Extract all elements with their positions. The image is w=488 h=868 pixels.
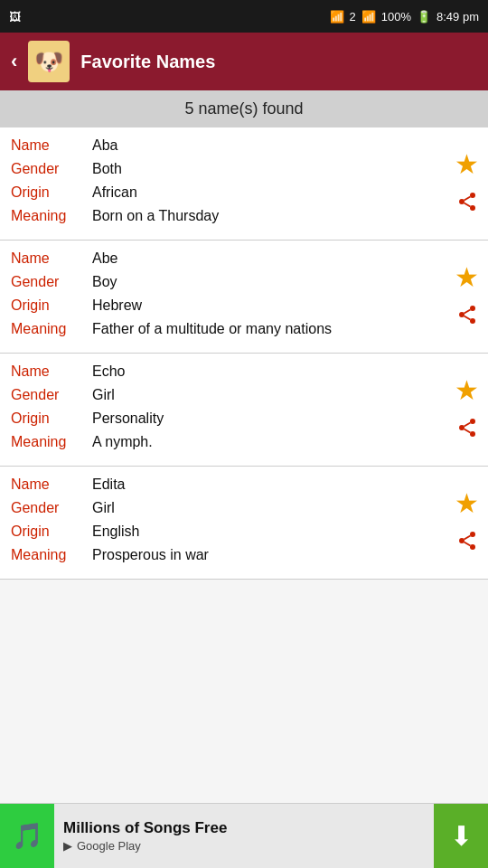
share-icon[interactable] [456, 530, 478, 555]
favorite-star-icon[interactable]: ★ [455, 151, 479, 178]
favorite-star-icon[interactable]: ★ [455, 490, 479, 517]
list-item: NameAbaGenderBothOriginAfricanMeaningBor… [0, 127, 488, 241]
svg-point-2 [470, 205, 475, 211]
svg-line-13 [464, 429, 470, 433]
ad-download-button[interactable]: ⬇ [434, 804, 488, 869]
field-value: Echo [92, 363, 398, 380]
download-icon: ⬇ [450, 820, 473, 852]
status-bar: 🖼 📶 2 📶 100% 🔋 8:49 pm [0, 0, 488, 33]
ad-logo: 🎵 [0, 804, 54, 869]
field-value: Edita [92, 476, 398, 493]
entry-row: NameEcho [11, 363, 398, 386]
count-text: 5 name(s) found [184, 99, 303, 118]
share-icon[interactable] [456, 191, 478, 216]
svg-line-14 [464, 423, 470, 427]
ad-banner[interactable]: 🎵 Millions of Songs Free ▶ Google Play ⬇ [0, 803, 488, 868]
entry-actions: ★ [455, 490, 479, 555]
entry-row: OriginEnglish [11, 523, 398, 546]
entry-row: MeaningProsperous in war [11, 546, 398, 570]
svg-line-9 [464, 310, 470, 314]
svg-line-3 [464, 203, 470, 207]
favorite-star-icon[interactable]: ★ [455, 377, 479, 404]
signal-icon: 📶 [361, 10, 376, 24]
field-label: Origin [11, 297, 92, 314]
svg-point-0 [470, 193, 475, 198]
field-label: Gender [11, 387, 92, 403]
entry-row: OriginHebrew [11, 297, 398, 320]
list-item: NameEchoGenderGirlOriginPersonalityMeani… [0, 354, 488, 467]
field-value: Girl [92, 500, 398, 516]
list-item: NameAbeGenderBoyOriginHebrewMeaningFathe… [0, 241, 488, 354]
svg-point-10 [470, 419, 475, 424]
share-icon[interactable] [456, 304, 478, 329]
list-item: NameEditaGenderGirlOriginEnglishMeaningP… [0, 467, 488, 580]
field-label: Meaning [11, 208, 92, 224]
status-right: 📶 2 📶 100% 🔋 8:49 pm [330, 10, 479, 24]
svg-line-8 [464, 316, 470, 320]
status-left: 🖼 [9, 10, 21, 24]
entry-actions: ★ [455, 377, 479, 442]
svg-point-12 [470, 431, 475, 437]
share-icon[interactable] [456, 417, 478, 442]
music-icon: 🎵 [12, 821, 43, 851]
entry-row: NameEdita [11, 476, 398, 499]
entry-row: MeaningA nymph. [11, 433, 398, 457]
entry-row: GenderBoy [11, 273, 398, 297]
field-label: Meaning [11, 321, 92, 337]
field-label: Name [11, 137, 92, 154]
field-value: Hebrew [92, 297, 398, 314]
field-value: English [92, 524, 398, 540]
field-value: Aba [92, 137, 398, 154]
svg-line-18 [464, 542, 470, 546]
field-value: Personality [92, 410, 398, 427]
field-value: Born on a Thursday [92, 208, 398, 224]
ad-text-block: Millions of Songs Free ▶ Google Play [54, 814, 434, 858]
play-store-icon: ▶ [63, 839, 72, 853]
entry-row: OriginAfrican [11, 184, 398, 207]
svg-point-7 [470, 318, 475, 324]
field-value: Prosperous in war [92, 547, 398, 563]
field-label: Origin [11, 184, 92, 201]
favorite-star-icon[interactable]: ★ [455, 264, 479, 291]
entry-row: MeaningFather of a multitude or many nat… [11, 320, 398, 344]
app-header: ‹ 🐶 Favorite Names [0, 33, 488, 90]
entry-actions: ★ [455, 264, 479, 329]
svg-line-19 [464, 536, 470, 540]
wifi-icon: 📶 [330, 10, 344, 24]
field-value: Abe [92, 250, 398, 267]
field-value: Father of a multitude or many nations [92, 321, 398, 337]
field-label: Origin [11, 524, 92, 540]
battery-text: 100% [381, 10, 411, 24]
field-label: Gender [11, 161, 92, 177]
entry-row: MeaningBorn on a Thursday [11, 207, 398, 231]
ad-subtitle-text: Google Play [77, 839, 141, 853]
app-logo: 🐶 [28, 41, 70, 82]
field-label: Meaning [11, 434, 92, 450]
field-label: Name [11, 476, 92, 493]
dog-icon: 🐶 [34, 48, 63, 76]
field-value: Both [92, 161, 398, 177]
svg-point-6 [459, 312, 465, 317]
field-value: African [92, 184, 398, 201]
entries-list: NameAbaGenderBothOriginAfricanMeaningBor… [0, 127, 488, 580]
entry-row: GenderGirl [11, 499, 398, 523]
entry-row: OriginPersonality [11, 410, 398, 433]
field-label: Meaning [11, 547, 92, 563]
field-value: Girl [92, 387, 398, 403]
back-button[interactable]: ‹ [11, 50, 17, 73]
svg-point-1 [459, 199, 465, 204]
field-value: Boy [92, 274, 398, 290]
field-label: Gender [11, 274, 92, 290]
svg-point-15 [470, 532, 475, 537]
battery-icon: 🔋 [417, 10, 431, 24]
entry-row: GenderBoth [11, 160, 398, 184]
screenshot-icon: 🖼 [9, 10, 21, 24]
app-title: Favorite Names [80, 52, 215, 72]
entry-actions: ★ [455, 151, 479, 216]
entry-row: NameAba [11, 137, 398, 160]
ad-subtitle: ▶ Google Play [63, 839, 425, 853]
ad-title: Millions of Songs Free [63, 819, 425, 837]
svg-point-11 [459, 425, 465, 430]
field-label: Gender [11, 500, 92, 516]
sim-icon: 2 [350, 10, 356, 24]
